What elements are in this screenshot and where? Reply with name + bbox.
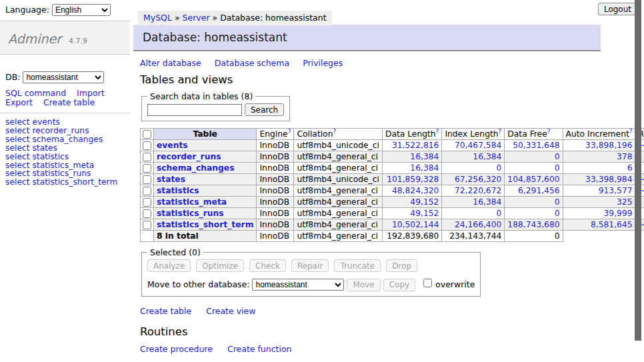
- help-icon[interactable]: ?: [333, 129, 336, 135]
- truncate-button[interactable]: Truncate: [334, 259, 381, 272]
- selected-legend: Selected (0): [147, 247, 203, 257]
- help-icon[interactable]: ?: [629, 129, 633, 135]
- cell-index-length: 16,384: [442, 151, 505, 163]
- select-all-checkbox[interactable]: [143, 130, 151, 139]
- sidebar-select-link[interactable]: select statistics: [5, 152, 69, 161]
- row-checkbox[interactable]: [143, 141, 151, 150]
- logout-button[interactable]: Logout: [598, 3, 637, 15]
- copy-button[interactable]: Copy: [383, 279, 415, 291]
- table-row: statistics_runsInnoDButf8mb4_general_ci4…: [141, 208, 644, 219]
- create-procedure-link[interactable]: Create procedure: [140, 344, 213, 354]
- table-name-link[interactable]: events: [157, 141, 188, 150]
- breadcrumb-mysql-link[interactable]: MySQL: [143, 13, 172, 23]
- search-input[interactable]: [147, 104, 242, 116]
- check-button[interactable]: Check: [249, 259, 286, 272]
- routines-links-row: Create procedureCreate function: [140, 344, 644, 354]
- table-row: eventsInnoDButf8mb4_unicode_ci31,522,816…: [141, 140, 644, 151]
- language-label: Language:: [5, 5, 49, 15]
- optimize-button[interactable]: Optimize: [196, 259, 244, 272]
- sidebar-select-link[interactable]: select schema_changes: [5, 135, 103, 144]
- row-select-cell: [141, 174, 154, 185]
- sidebar-commands: SQL commandImport ExportCreate table: [5, 89, 130, 107]
- create-table-link-sidebar[interactable]: Create table: [43, 97, 95, 107]
- table-name-link[interactable]: statistics_meta: [157, 197, 227, 207]
- cell-data-free: 188,743,680: [505, 219, 563, 231]
- language-select[interactable]: English: [52, 4, 111, 16]
- sidebar-select-link[interactable]: select statistics_short_term: [5, 177, 117, 187]
- table-row: recorder_runsInnoDButf8mb4_general_ci16,…: [141, 151, 644, 163]
- select-all-cell: [141, 129, 154, 140]
- row-checkbox[interactable]: [143, 221, 151, 229]
- database-schema-link[interactable]: Database schema: [215, 58, 289, 68]
- move-database-select[interactable]: homeassistant: [252, 279, 344, 291]
- table-name-link[interactable]: states: [157, 175, 185, 184]
- sidebar-select-link[interactable]: select statistics_runs: [5, 169, 91, 178]
- total-collation: utf8mb4_general_ci: [294, 231, 383, 242]
- cell-data-length: 101,859,328: [382, 174, 441, 185]
- create-table-link[interactable]: Create table: [140, 306, 191, 316]
- table-name-link[interactable]: statistics_short_term: [157, 220, 253, 229]
- import-link[interactable]: Import: [77, 88, 105, 98]
- analyze-button[interactable]: Analyze: [147, 259, 191, 272]
- table-name-cell: states: [154, 174, 257, 185]
- db-selector-row: DB:homeassistant: [5, 71, 130, 83]
- row-select-cell: [141, 185, 154, 197]
- row-checkbox[interactable]: [143, 198, 151, 207]
- cell-collation: utf8mb4_general_ci: [294, 197, 383, 208]
- help-icon[interactable]: ?: [436, 129, 439, 135]
- cell-data-free: 0: [505, 163, 563, 174]
- cell-data-length: 31,522,816: [382, 140, 441, 151]
- export-link[interactable]: Export: [5, 97, 33, 107]
- table-name-link[interactable]: schema_changes: [157, 163, 235, 173]
- search-button[interactable]: Search: [245, 103, 284, 116]
- move-button[interactable]: Move: [347, 279, 380, 291]
- help-icon[interactable]: ?: [547, 129, 551, 135]
- repair-button[interactable]: Repair: [291, 259, 329, 272]
- cell-auto-increment: 33,898,196: [563, 140, 635, 151]
- brand-name: Adminer: [8, 31, 61, 46]
- help-icon[interactable]: ?: [499, 129, 502, 135]
- sql-command-link[interactable]: SQL command: [5, 88, 66, 98]
- row-checkbox[interactable]: [143, 187, 151, 195]
- table-name-cell: events: [154, 140, 257, 151]
- tables-heading: Tables and views: [140, 73, 644, 86]
- db-select[interactable]: homeassistant: [23, 71, 104, 83]
- sidebar-select-link[interactable]: select states: [5, 143, 57, 153]
- column-header-data-free: Data Free?: [505, 129, 563, 140]
- create-view-link[interactable]: Create view: [206, 306, 255, 316]
- alter-database-link[interactable]: Alter database: [140, 58, 201, 68]
- create-function-link[interactable]: Create function: [227, 344, 292, 354]
- row-checkbox[interactable]: [143, 153, 151, 161]
- cell-index-length: 16,384: [442, 197, 505, 208]
- drop-button[interactable]: Drop: [386, 259, 417, 272]
- row-checkbox[interactable]: [143, 209, 151, 218]
- cell-data-free: 0: [505, 151, 563, 163]
- help-icon[interactable]: ?: [288, 129, 291, 135]
- sidebar-select-link[interactable]: select recorder_runs: [5, 126, 89, 135]
- adminer-logo: Adminer 4.7.9: [0, 21, 130, 55]
- breadcrumb-server-link[interactable]: Server: [183, 13, 210, 23]
- main-content: MySQL»Server»Database: homeassistant Log…: [130, 0, 644, 362]
- row-select-cell: [141, 140, 154, 151]
- cell-engine: InnoDB: [257, 219, 294, 231]
- table-row: statisticsInnoDButf8mb4_general_ci48,824…: [141, 185, 644, 197]
- sidebar-table-links: select eventsselect recorder_runsselect …: [5, 118, 130, 187]
- selected-actions: Analyze Optimize Check Repair Truncate D…: [147, 259, 475, 272]
- sidebar-table-item: select statistics_short_term: [5, 178, 130, 187]
- table-name-link[interactable]: statistics_runs: [157, 209, 224, 218]
- row-checkbox[interactable]: [143, 164, 151, 173]
- privileges-link[interactable]: Privileges: [303, 58, 343, 68]
- cell-data-free: 50,331,648: [505, 140, 563, 151]
- row-checkbox[interactable]: [143, 175, 151, 184]
- cell-index-length: 67,256,320: [442, 174, 505, 185]
- table-name-link[interactable]: recorder_runs: [157, 152, 221, 161]
- cell-engine: InnoDB: [257, 197, 294, 208]
- cell-data-length: 48,824,320: [382, 185, 441, 197]
- sidebar-select-link[interactable]: select events: [5, 117, 60, 127]
- sidebar-select-link[interactable]: select statistics_meta: [5, 161, 94, 170]
- table-name-link[interactable]: statistics: [157, 186, 199, 195]
- page-title: Database: homeassistant: [133, 25, 601, 51]
- vertical-scrollbar-thumb[interactable]: [635, 0, 641, 341]
- cell-engine: InnoDB: [257, 185, 294, 197]
- overwrite-checkbox[interactable]: [423, 279, 432, 287]
